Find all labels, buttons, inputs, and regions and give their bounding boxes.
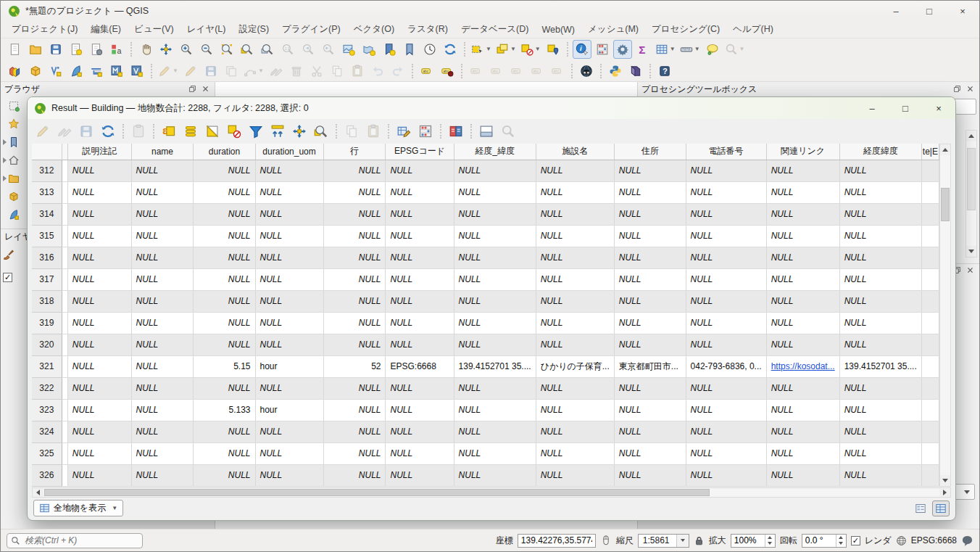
cell[interactable]: NULL [255, 225, 323, 247]
whats-this-button[interactable]: ? [655, 62, 674, 81]
row-number[interactable]: 322 [32, 377, 62, 399]
cell[interactable]: NULL [194, 160, 255, 181]
locator-search[interactable] [7, 533, 143, 548]
cell[interactable]: NULL [766, 399, 839, 421]
cell[interactable]: 東京都町田市... [614, 355, 686, 377]
cell[interactable]: NULL [323, 160, 386, 181]
cell[interactable]: NULL [255, 181, 323, 203]
column-header-duration[interactable]: duration [194, 144, 255, 160]
cell[interactable] [921, 377, 939, 399]
vscroll-thumb[interactable] [941, 188, 950, 221]
cell[interactable]: NULL [386, 312, 454, 334]
cell[interactable]: NULL [686, 399, 766, 421]
metasearch-button[interactable] [577, 62, 596, 81]
cell[interactable]: NULL [255, 290, 323, 312]
processing-scrollbar[interactable] [966, 130, 977, 258]
cell[interactable]: NULL [386, 377, 454, 399]
tree-expand-arrow-icon[interactable] [3, 176, 7, 181]
cell[interactable]: NULL [454, 181, 536, 203]
cell[interactable] [921, 181, 939, 203]
menu-webw[interactable]: Web(W) [535, 22, 581, 37]
cell[interactable]: 5.133 [194, 399, 255, 421]
cell[interactable] [921, 290, 939, 312]
cell[interactable]: NULL [839, 225, 921, 247]
cell[interactable]: NULL [194, 312, 255, 334]
cell[interactable]: NULL [686, 160, 766, 181]
menu-d[interactable]: データベース(D) [454, 21, 536, 38]
cell[interactable] [921, 464, 939, 486]
cell[interactable]: NULL [255, 268, 323, 290]
new-temporary-scratch-layer-button[interactable] [107, 62, 126, 81]
cell[interactable]: NULL [131, 312, 194, 334]
column-header-経度緯度[interactable]: 経度緯度 [839, 144, 921, 160]
cell[interactable]: EPSG:6668 [386, 355, 454, 377]
cell[interactable]: NULL [614, 181, 686, 203]
filter-features-button[interactable] [246, 121, 266, 141]
cell[interactable] [921, 225, 939, 247]
scale-combo[interactable]: 1:5861 [638, 534, 689, 548]
cell[interactable]: NULL [131, 355, 194, 377]
menu-m[interactable]: メッシュ(M) [581, 21, 645, 38]
cell[interactable]: NULL [614, 312, 686, 334]
browser-close-button[interactable] [201, 84, 212, 94]
identify-features-button[interactable]: i [573, 40, 591, 59]
cell[interactable]: NULL [686, 181, 766, 203]
cell[interactable]: NULL [131, 225, 194, 247]
cell[interactable]: NULL [194, 225, 255, 247]
row-number[interactable]: 319 [32, 312, 62, 334]
cell[interactable]: NULL [323, 247, 386, 268]
column-header-施設名[interactable]: 施設名 [536, 144, 614, 160]
cell[interactable]: NULL [686, 247, 766, 268]
cell[interactable]: NULL [839, 160, 921, 181]
map-tips-button[interactable] [703, 40, 722, 59]
cell[interactable]: NULL [536, 225, 614, 247]
refresh-map-button[interactable] [441, 40, 460, 59]
cell[interactable]: NULL [255, 421, 323, 442]
cell[interactable]: NULL [323, 334, 386, 355]
cell[interactable] [921, 355, 939, 377]
cell[interactable]: NULL [255, 247, 323, 268]
cell[interactable]: NULL [131, 181, 194, 203]
cell[interactable]: NULL [386, 181, 454, 203]
cell[interactable]: NULL [536, 160, 614, 181]
cell[interactable]: NULL [454, 203, 536, 225]
cell[interactable]: NULL [766, 225, 839, 247]
cell[interactable]: NULL [686, 312, 766, 334]
cell[interactable]: NULL [323, 312, 386, 334]
pan-to-selection-button[interactable] [157, 40, 175, 59]
cell[interactable]: NULL [323, 181, 386, 203]
plugin-manager-button[interactable] [626, 62, 645, 81]
cell[interactable]: NULL [255, 334, 323, 355]
cell[interactable]: NULL [131, 268, 194, 290]
dialog-minimize-button[interactable]: – [855, 97, 889, 119]
crs-globe-icon[interactable] [896, 535, 907, 546]
processing-close-button[interactable] [966, 84, 976, 94]
column-header-duration_uom[interactable]: duration_uom [255, 144, 323, 160]
zoom-out-button[interactable] [197, 40, 216, 59]
cell[interactable]: NULL [323, 290, 386, 312]
cell[interactable] [921, 442, 939, 464]
zoom-to-layer-button[interactable] [258, 40, 277, 59]
cell[interactable]: NULL [454, 290, 536, 312]
new-map-view-button[interactable] [339, 40, 358, 59]
style-manager-button[interactable]: a [107, 40, 126, 59]
cell[interactable]: NULL [686, 421, 766, 442]
cell[interactable] [921, 399, 939, 421]
render-checkbox[interactable]: ✓ [851, 536, 860, 545]
column-header-te|E[interactable]: te|E [921, 144, 939, 160]
hscroll-thumb[interactable] [44, 489, 710, 496]
show-spatial-bookmarks-button[interactable] [400, 40, 419, 59]
row-number[interactable]: 317 [32, 268, 62, 290]
cell[interactable]: NULL [131, 203, 194, 225]
cell[interactable]: NULL [386, 399, 454, 421]
dialog-title-bar[interactable]: Result — Building — 地物数合計: 2288, フィルタ: 2… [28, 97, 955, 119]
cell[interactable]: NULL [766, 203, 839, 225]
open-attribute-table-button[interactable]: ▼ [654, 40, 677, 59]
new-shapefile-layer-button[interactable] [46, 62, 65, 81]
cell[interactable]: NULL [686, 442, 766, 464]
cell[interactable]: NULL [67, 181, 131, 203]
cell[interactable]: NULL [386, 290, 454, 312]
cell[interactable]: NULL [614, 160, 686, 181]
cell[interactable]: NULL [686, 268, 766, 290]
cell[interactable]: NULL [454, 334, 536, 355]
